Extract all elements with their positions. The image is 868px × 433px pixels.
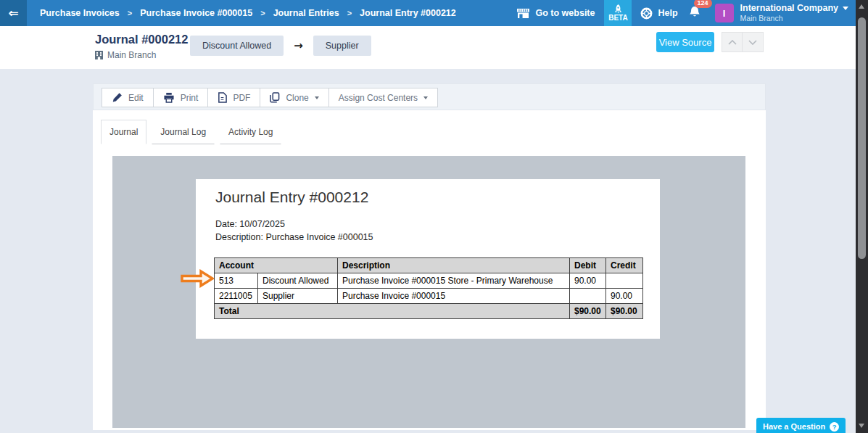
previous-record-button[interactable] [722,32,743,52]
help-label: Help [658,8,677,18]
have-a-question-label: Have a Question [763,422,825,431]
chevron-down-icon [315,96,319,99]
storefront-icon [516,8,530,19]
tab-journal[interactable]: Journal [101,120,146,144]
company-branch-label: Main Branch [740,14,848,23]
pdf-button[interactable]: PDF [208,88,260,107]
company-name-label: International Company [740,3,838,15]
edit-button[interactable]: Edit [102,88,154,107]
go-to-website-link[interactable]: Go to website [516,8,595,19]
branch-label: Main Branch [107,50,156,60]
debit-column-header: Debit [570,258,606,273]
flow-to-chip: Supplier [313,36,371,56]
company-avatar-initial: I [723,8,726,19]
document-description: Description: Purchase Invoice #000015 [215,232,373,242]
edit-label: Edit [128,93,144,103]
credit-cell: 90.00 [606,289,643,304]
clone-label: Clone [286,93,308,103]
printer-icon [163,92,175,103]
journal-card: Edit Print PDF Clone Assign Cost Centers… [93,83,766,430]
breadcrumb-separator: > [128,9,132,17]
breadcrumb-purchase-invoice[interactable]: Purchase Invoice #000015 [140,8,252,18]
table-header-row: Account Description Debit Credit [215,258,643,273]
journal-flow: Discount Allowed → Supplier [190,36,371,56]
description-cell: Purchase Invoice #000015 Store - Primary… [338,273,570,289]
tab-bar: Journal Journal Log Activity Log [101,120,286,144]
table-total-row: Total $90.00 $90.00 [215,304,643,319]
pencil-icon [112,92,123,103]
clone-button[interactable]: Clone [260,88,328,107]
debit-cell [570,289,606,304]
document-title: Journal Entry #000212 [215,189,368,206]
journal-lines-table: Account Description Debit Credit 513 Dis… [214,257,643,319]
breadcrumb-separator: > [347,9,352,17]
pdf-label: PDF [233,93,250,103]
account-name-cell: Supplier [258,289,338,304]
question-mark-icon: ? [830,422,839,432]
beta-label: BETA [608,14,627,22]
description-cell: Purchase Invoice #000015 [338,289,570,304]
flow-arrow-icon: → [294,39,303,52]
tab-activity-log[interactable]: Activity Log [220,120,281,144]
rocket-icon [614,4,622,14]
account-column-header: Account [215,258,338,273]
notifications-button[interactable]: 124 [689,6,700,21]
topbar-actions: Go to website BETA Help 124 I Internatio… [516,0,856,26]
document-viewer: Journal Entry #000212 Date: 10/07/2025 D… [112,156,745,428]
tab-journal-log[interactable]: Journal Log [152,120,215,144]
breadcrumb-journal-entry-current: Journal Entry #000212 [360,8,456,18]
vertical-scrollbar[interactable] [856,0,868,433]
breadcrumb: Purchase Invoices > Purchase Invoice #00… [40,8,456,18]
total-credit-cell: $90.00 [606,304,643,319]
document-date: Date: 10/07/2025 [215,219,285,229]
help-button[interactable]: Help [640,7,677,20]
annotation-arrow-icon [181,269,214,288]
action-toolbar: Edit Print PDF Clone Assign Cost Centers [93,83,766,110]
breadcrumb-separator: > [260,9,265,17]
have-a-question-button[interactable]: Have a Question ? [756,418,846,433]
total-label-cell: Total [215,304,570,319]
pdf-file-icon [218,92,227,103]
breadcrumb-journal-entries[interactable]: Journal Entries [273,8,339,18]
debit-cell: 90.00 [570,273,606,289]
next-record-button[interactable] [743,32,764,52]
chevron-down-icon [423,96,428,99]
page-header: Journal #000212 Main Branch Discount All… [0,26,856,69]
collapse-sidebar-button[interactable]: ⇐ [0,0,27,26]
table-row: 2211005 Supplier Purchase Invoice #00001… [215,289,643,304]
account-name-cell: Discount Allowed [258,273,338,289]
total-debit-cell: $90.00 [570,304,606,319]
description-column-header: Description [338,258,570,273]
print-button[interactable]: Print [154,88,209,107]
credit-column-header: Credit [606,258,643,273]
credit-cell [606,273,643,289]
beta-button[interactable]: BETA [604,0,632,26]
breadcrumb-purchase-invoices[interactable]: Purchase Invoices [40,8,120,18]
assign-cost-centers-label: Assign Cost Centers [339,93,418,103]
company-avatar[interactable]: I [715,4,734,22]
assign-cost-centers-button[interactable]: Assign Cost Centers [329,88,438,107]
go-to-website-label: Go to website [536,8,595,18]
scroll-up-arrow-icon[interactable] [859,4,864,9]
chevron-down-icon [843,7,848,10]
building-icon [95,51,103,59]
toolbar-button-group: Edit Print PDF Clone Assign Cost Centers [102,88,438,107]
lifebuoy-icon [640,7,653,20]
clone-icon [270,92,280,103]
print-label: Print [181,93,199,103]
page-title: Journal #000212 [95,33,188,46]
chevron-down-icon [748,40,757,45]
branch-line: Main Branch [95,50,156,60]
flow-from-chip: Discount Allowed [190,36,284,56]
scroll-down-arrow-icon[interactable] [859,424,864,428]
scrollbar-thumb[interactable] [858,17,866,259]
notification-count-badge: 124 [694,0,712,8]
company-menu[interactable]: International Company Main Branch [740,3,848,24]
table-row: 513 Discount Allowed Purchase Invoice #0… [215,273,643,289]
chevron-up-icon [728,40,737,45]
top-navigation-bar: ⇐ Purchase Invoices > Purchase Invoice #… [0,0,856,26]
collapse-sidebar-icon: ⇐ [8,7,18,20]
account-code-cell: 513 [215,273,258,289]
view-source-button[interactable]: View Source [656,32,714,52]
account-code-cell: 2211005 [215,289,258,304]
